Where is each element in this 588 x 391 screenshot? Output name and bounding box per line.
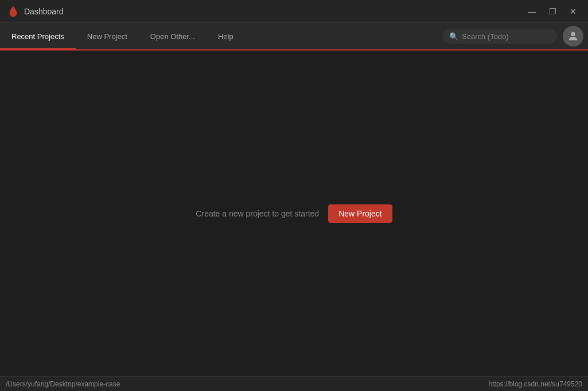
statusbar-url: https://blog.csdn.net/su749520 bbox=[489, 380, 582, 388]
nav-recent-projects[interactable]: Recent Projects bbox=[0, 23, 76, 49]
search-input[interactable] bbox=[462, 32, 548, 41]
main-content: Create a new project to get started New … bbox=[0, 51, 588, 376]
empty-state: Create a new project to get started New … bbox=[196, 204, 392, 223]
close-button[interactable]: ✕ bbox=[565, 3, 581, 20]
search-icon: 🔍 bbox=[449, 32, 458, 41]
new-project-button[interactable]: New Project bbox=[328, 204, 392, 223]
window-title: Dashboard bbox=[24, 7, 524, 16]
navbar: Recent Projects New Project Open Other..… bbox=[0, 23, 588, 51]
svg-point-0 bbox=[571, 32, 575, 36]
nav-help[interactable]: Help bbox=[207, 23, 245, 49]
statusbar-path: /Users/yufang/Desktop/example-case bbox=[6, 380, 120, 388]
minimize-button[interactable]: — bbox=[524, 3, 540, 20]
empty-state-text: Create a new project to get started bbox=[196, 209, 319, 218]
nav-new-project[interactable]: New Project bbox=[76, 23, 139, 49]
user-avatar[interactable] bbox=[563, 26, 583, 47]
statusbar: /Users/yufang/Desktop/example-case https… bbox=[0, 376, 588, 391]
maximize-button[interactable]: ❐ bbox=[544, 3, 560, 20]
search-box[interactable]: 🔍 bbox=[442, 29, 557, 44]
titlebar: Dashboard — ❐ ✕ bbox=[0, 0, 588, 23]
user-icon bbox=[567, 30, 579, 42]
window-controls: — ❐ ✕ bbox=[524, 3, 581, 20]
app-logo-icon bbox=[7, 5, 20, 18]
nav-open-other[interactable]: Open Other... bbox=[139, 23, 207, 49]
